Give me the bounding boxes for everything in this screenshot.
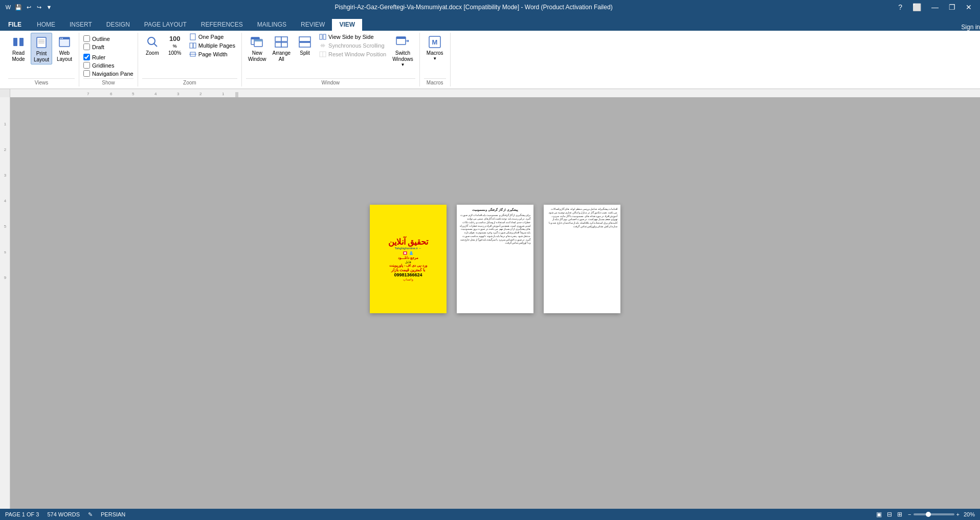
tab-insert[interactable]: INSERT [62,19,99,31]
gridlines-check[interactable] [83,62,90,69]
zoom-presets: One Page Multiple Pages Page Width [187,33,237,58]
page-3-content: اقدامات پیشگیرانه شامل بررسی منظم لوله ه… [544,205,620,232]
zoom-slider[interactable] [914,513,954,515]
svg-rect-29 [323,34,326,39]
page-yellow-phone: 09981366624 [394,272,422,277]
svg-text:1: 1 [4,122,7,126]
redo-icon[interactable]: ↪ [35,3,43,11]
multiple-pages-button[interactable]: Multiple Pages [187,41,237,50]
ruler-check[interactable] [83,54,90,60]
svg-text:s: s [4,250,6,254]
zoom-button[interactable]: Zoom [142,33,163,57]
minimize-button[interactable]: — [927,2,943,12]
draft-checkbox[interactable]: Draft [83,43,133,51]
tab-view[interactable]: VIEW [332,19,362,31]
switch-windows-button[interactable]: SwitchWindows ▼ [390,33,415,68]
ribbon: FILE HOME INSERT DESIGN PAGE LAYOUT REFE… [0,14,980,89]
new-window-icon [249,34,265,50]
synchronous-scrolling-icon [319,42,326,49]
undo-icon[interactable]: ↩ [25,3,33,11]
print-layout-button[interactable]: PrintLayout [31,33,52,64]
page-3-body: اقدامات پیشگیرانه شامل بررسی منظم لوله ه… [547,208,617,229]
read-mode-button[interactable]: ReadMode [8,33,29,63]
svg-point-55 [404,252,406,254]
zoom-icon [144,34,161,50]
zoom-group-items: Zoom 100% 100% One Page [142,33,237,77]
page-2-body: برای پیشگیری از گاز گرفتگی و مسمومیت بای… [460,214,530,245]
svg-point-9 [62,38,63,39]
svg-text:7: 7 [87,92,90,96]
camera-icon [403,250,408,255]
main-layout: FILE HOME INSERT DESIGN PAGE LAYOUT REFE… [0,14,980,520]
synchronous-scrolling-button[interactable]: Synchronous Scrolling [317,41,388,50]
new-window-button[interactable]: NewWindow [246,33,269,63]
sign-in-link[interactable]: Sign in [961,24,980,31]
new-window-label: NewWindow [248,50,266,62]
print-view-button[interactable]: ▣ [875,510,883,518]
tab-file[interactable]: FILE [0,19,30,31]
arrange-all-label: ArrangeAll [272,50,291,62]
web-view-button[interactable]: ⊞ [896,510,904,518]
macros-button[interactable]: M Macros ▼ [425,33,446,62]
zoom-out-icon[interactable]: − [908,511,911,517]
svg-rect-28 [320,34,322,39]
tab-mailings[interactable]: MAILINGS [250,19,294,31]
v-ruler-svg: 1 2 3 4 5 s 9 [0,97,10,507]
reset-window-position-button[interactable]: Reset Window Position [317,50,388,58]
page-yellow-download: مرجع دانلـــود [398,256,418,260]
close-button[interactable]: ✕ [962,2,976,12]
web-layout-label: WebLayout [57,50,72,62]
outline-check[interactable] [83,35,90,42]
svg-text:5: 5 [4,224,7,229]
gridlines-checkbox[interactable]: Gridlines [83,61,133,69]
zoom-percent[interactable]: 20% [964,511,975,517]
reset-window-position-icon [319,51,326,58]
page-1-content: تحقیق آنلاین Tahghighonline.ir ← مرجع دا… [370,205,447,313]
svg-text:9: 9 [4,275,7,280]
split-button[interactable]: Split [295,33,315,57]
tab-design[interactable]: DESIGN [99,19,137,31]
language: PERSIAN [101,511,125,517]
view-side-by-side-button[interactable]: View Side by Side [317,33,388,41]
svg-rect-1 [19,38,24,46]
svg-point-10 [148,37,155,45]
page-width-button[interactable]: Page Width [187,50,237,58]
macros-dropdown-arrow: ▼ [433,56,437,61]
status-right: ▣ ⊟ ⊞ − + 20% [875,510,975,518]
page-3: اقدامات پیشگیرانه شامل بررسی منظم لوله ه… [544,205,620,313]
window-controls: ? ⬜ — ❐ ✕ [894,2,976,12]
restore-button[interactable]: ❐ [945,2,960,12]
navigation-pane-check[interactable] [83,70,90,77]
word-count: 574 WORDS [47,511,80,517]
outline-checkbox[interactable]: Outline [83,35,133,42]
page-info: PAGE 1 OF 3 [5,511,39,517]
document-scroll-area[interactable]: تحقیق آنلاین Tahghighonline.ir ← مرجع دا… [10,97,980,509]
save-icon[interactable]: 💾 [14,3,23,11]
window-group-items: NewWindow ArrangeAll Split [246,33,415,77]
page-yellow-formats: ورد-پی دی اف - پاورپوینت [389,264,427,268]
read-view-button[interactable]: ⊟ [885,510,894,518]
arrange-all-button[interactable]: ArrangeAll [270,33,293,63]
ruler-checkbox[interactable]: Ruler [83,53,133,61]
help-button[interactable]: ? [894,2,906,12]
views-group-items: ReadMode PrintLayout WebLayout [8,33,75,77]
zoom-in-icon[interactable]: + [956,511,960,517]
svg-rect-0 [13,38,17,46]
svg-rect-46 [235,92,238,97]
tab-page-layout[interactable]: PAGE LAYOUT [137,19,194,31]
tab-home[interactable]: HOME [30,19,62,31]
show-group-label: Show [83,78,133,86]
zoom-label: Zoom [146,50,159,56]
draft-check[interactable] [83,44,90,50]
one-page-button[interactable]: One Page [187,33,237,41]
page-yellow-url: Tahghighonline.ir ← [394,247,421,250]
navigation-pane-checkbox[interactable]: Navigation Pane [83,70,133,77]
web-layout-button[interactable]: WebLayout [54,33,75,63]
customize-quick-access-icon[interactable]: ▼ [45,3,53,11]
tab-review[interactable]: REVIEW [294,19,332,31]
svg-rect-57 [410,253,413,255]
tab-references[interactable]: REFERENCES [194,19,250,31]
ribbon-display-button[interactable]: ⬜ [908,2,925,12]
document-area: 1 2 3 4 5 s 9 تحقیق آنلاین Tahghighonlin… [0,97,980,509]
zoom-100-button[interactable]: 100% 100% [165,33,185,57]
